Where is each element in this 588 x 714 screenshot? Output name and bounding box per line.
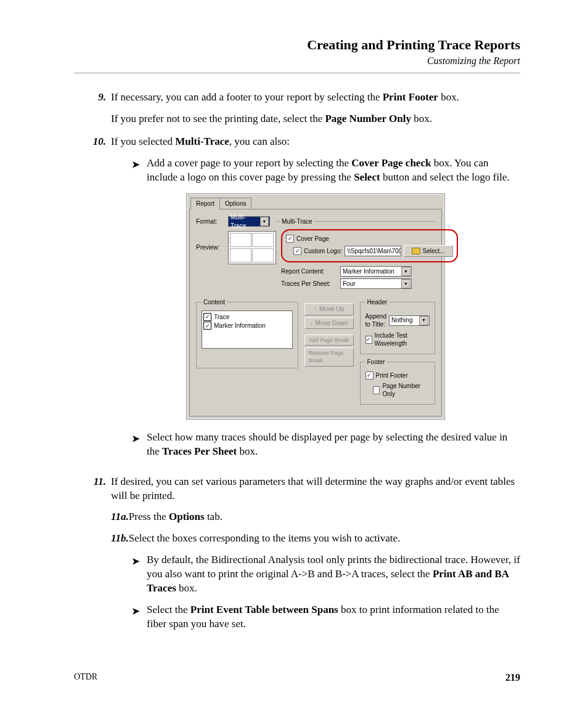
page-number-only-label: Page Number Only	[382, 382, 430, 399]
format-label: Format:	[196, 217, 228, 226]
report-content-label: Report Content:	[281, 267, 337, 276]
step-number-10: 10.	[74, 135, 111, 466]
list-item-label: Trace	[214, 313, 229, 322]
bullet-arrow-icon: ➤	[132, 553, 147, 596]
chevron-down-icon: ▼	[401, 267, 410, 276]
header-group: Header Append to Title: Nothing ▼	[360, 298, 435, 354]
text: box.	[237, 445, 258, 457]
move-down-button[interactable]: ↓Move Down	[304, 317, 354, 330]
header-legend: Header	[365, 298, 390, 307]
text: Select the boxes corresponding to the it…	[129, 532, 400, 544]
list-item[interactable]: ✓Trace	[203, 313, 291, 322]
cover-page-checkbox[interactable]: ✓Cover Page	[286, 235, 329, 243]
term-print-event-table: Print Event Table between Spans	[190, 604, 338, 615]
step-11-body: If desired, you can set various paramete…	[111, 475, 520, 639]
custom-logo-label: Custom Logo:	[304, 247, 342, 256]
select-logo-button[interactable]: Select...	[404, 245, 453, 258]
text: , you can also:	[229, 136, 290, 147]
move-up-button[interactable]: ↑Move Up	[304, 303, 354, 315]
arrow-down-icon: ↓	[310, 319, 313, 328]
add-page-break-button[interactable]: Add Page Break	[304, 335, 354, 346]
print-footer-label: Print Footer	[376, 371, 408, 380]
chevron-down-icon: ▼	[419, 316, 428, 325]
term-print-footer: Print Footer	[383, 91, 438, 103]
logo-path-field[interactable]: \\Spqcfs01\Man\7000 et f	[345, 246, 401, 256]
content-group: Content ✓Trace ✓Marker Information	[196, 298, 298, 368]
text: box.	[438, 91, 459, 103]
term-options: Options	[169, 511, 205, 522]
bullet-arrow-icon: ➤	[132, 431, 147, 459]
folder-icon	[412, 248, 420, 254]
include-wavelength-checkbox[interactable]: ✓Include Test Wavelength	[365, 331, 430, 348]
include-wavelength-label: Include Test Wavelength	[375, 331, 430, 348]
term-cover-page-check: Cover Page check	[351, 157, 431, 169]
content-listbox[interactable]: ✓Trace ✓Marker Information	[202, 310, 293, 349]
term-page-number-only: Page Number Only	[325, 113, 410, 124]
text: If necessary, you can add a footer to yo…	[111, 91, 383, 103]
report-dialog: Report Options Format: Multi-Trace ▼ Mul…	[186, 193, 445, 420]
traces-per-sheet-combo[interactable]: Four ▼	[340, 278, 412, 289]
append-title-value: Nothing	[391, 316, 412, 325]
bullet-text: Add a cover page to your report by selec…	[147, 156, 520, 185]
print-footer-checkbox[interactable]: ✓Print Footer	[365, 371, 408, 380]
text: Add a cover page to your report by selec…	[147, 157, 351, 169]
step-9-body: If necessary, you can add a footer to yo…	[111, 91, 520, 126]
page-subtitle: Customizing the Report	[74, 55, 520, 67]
arrow-up-icon: ↑	[314, 305, 317, 314]
term-traces-per-sheet: Traces Per Sheet	[162, 445, 237, 457]
traces-per-sheet-label: Traces Per Sheet:	[281, 280, 337, 288]
remove-page-break-button[interactable]: Remove Page Break	[304, 347, 354, 366]
page-title: Creating and Printing Trace Reports	[74, 37, 520, 53]
term-select: Select	[354, 171, 380, 183]
step-number-11: 11.	[74, 475, 111, 639]
footer-legend: Footer	[365, 358, 387, 367]
footer-group: Footer ✓Print Footer Page Number Only	[360, 358, 435, 405]
term-multi-trace: Multi-Trace	[175, 136, 229, 147]
chevron-down-icon: ▼	[401, 279, 410, 288]
preview-label: Preview:	[196, 243, 228, 252]
format-combo[interactable]: Multi-Trace ▼	[228, 216, 270, 227]
footer-left: OTDR	[74, 672, 97, 683]
page-number-only-checkbox[interactable]: Page Number Only	[373, 382, 430, 399]
text: If you selected	[111, 136, 175, 147]
header-rule	[74, 73, 520, 73]
text: box.	[176, 582, 197, 594]
append-title-label: Append to Title:	[365, 312, 386, 329]
cover-page-label: Cover Page	[296, 235, 329, 243]
list-item[interactable]: ✓Marker Information	[203, 322, 291, 330]
substep-11b-label: 11b.	[111, 532, 129, 544]
chevron-down-icon: ▼	[260, 217, 269, 226]
bullet-arrow-icon: ➤	[132, 156, 147, 185]
highlight-callout: ✓Cover Page ✓Custom Logo: \\Spqcfs01\Man…	[281, 229, 458, 262]
select-button-label: Select...	[423, 247, 445, 256]
text: If you prefer not to see the printing da…	[111, 113, 325, 124]
step-number-9: 9.	[74, 91, 111, 126]
bullet-arrow-icon: ➤	[132, 603, 147, 631]
custom-logo-checkbox[interactable]: ✓Custom Logo:	[293, 247, 342, 256]
text: If desired, you can set various paramete…	[111, 475, 520, 503]
text: button and select the logo file.	[380, 171, 510, 183]
format-value: Multi-Trace	[231, 213, 260, 230]
text: Press the	[129, 511, 169, 522]
text: box.	[411, 113, 432, 124]
substep-11a-label: 11a.	[111, 511, 129, 522]
bullet-text: Select the Print Event Table between Spa…	[147, 603, 520, 631]
report-content-combo[interactable]: Marker Information ▼	[340, 266, 412, 277]
append-title-combo[interactable]: Nothing ▼	[389, 315, 430, 326]
tab-report[interactable]: Report	[190, 198, 220, 210]
text: Select the	[147, 604, 190, 615]
tab-options[interactable]: Options	[219, 198, 251, 209]
bullet-text: Select how many traces should be display…	[147, 431, 520, 459]
page-number: 219	[505, 672, 520, 683]
move-up-label: Move Up	[319, 305, 344, 314]
report-content-value: Marker Information	[343, 267, 394, 276]
content-legend: Content	[202, 298, 227, 307]
step-10-body: If you selected Multi-Trace, you can als…	[111, 135, 520, 466]
traces-per-sheet-value: Four	[343, 280, 356, 288]
move-down-label: Move Down	[316, 319, 348, 328]
preview-thumbnail	[228, 231, 276, 264]
bullet-text: By default, the Bidirectional Analysis t…	[147, 553, 520, 596]
list-item-label: Marker Information	[214, 322, 266, 330]
text: tab.	[205, 511, 223, 522]
multitrace-group-label: Multi-Trace	[280, 217, 314, 226]
